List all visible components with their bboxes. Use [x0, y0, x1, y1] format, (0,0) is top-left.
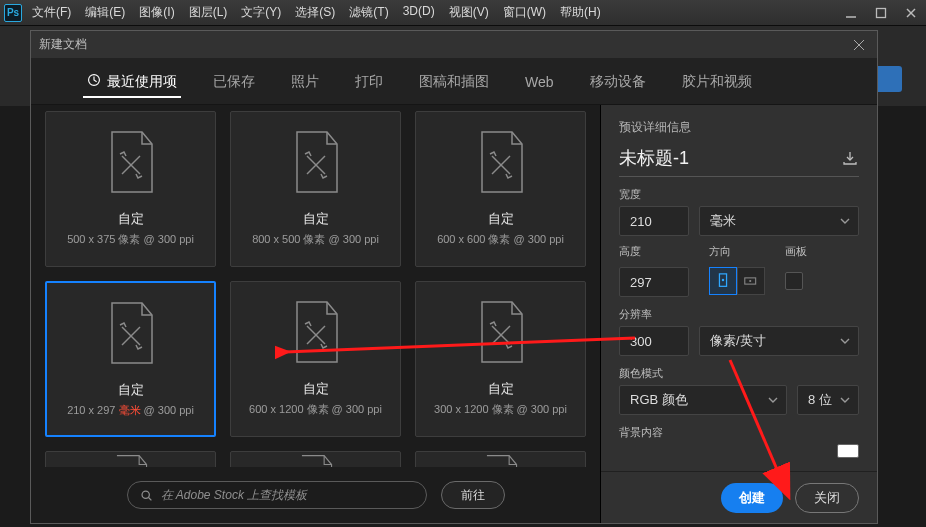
preset-dims: 600 x 1200 像素 @ 300 ppi — [249, 402, 382, 417]
menu-image[interactable]: 图像(I) — [139, 4, 174, 21]
preset-card[interactable] — [230, 451, 401, 467]
app-menu-bar: Ps 文件(F) 编辑(E) 图像(I) 图层(L) 文字(Y) 选择(S) 滤… — [0, 0, 926, 26]
orientation-toggle — [709, 267, 765, 295]
menu-window[interactable]: 窗口(W) — [503, 4, 546, 21]
resolution-unit-select[interactable]: 像素/英寸 — [699, 326, 859, 356]
preset-card[interactable]: 自定600 x 1200 像素 @ 300 ppi — [230, 281, 401, 437]
height-input[interactable]: 297 — [619, 267, 689, 297]
resolution-label: 分辨率 — [619, 307, 859, 322]
preset-title: 自定 — [303, 210, 329, 228]
new-document-dialog: 新建文档 最近使用项 已保存 照片 打印 图稿和插图 Web 移动设备 胶片和视… — [30, 30, 878, 524]
document-name-input[interactable]: 未标题-1 — [619, 146, 841, 170]
artboard-checkbox[interactable] — [785, 272, 803, 290]
tab-label: 胶片和视频 — [682, 73, 752, 91]
svg-point-19 — [142, 491, 149, 498]
width-unit-select[interactable]: 毫米 — [699, 206, 859, 236]
orientation-portrait[interactable] — [709, 267, 737, 295]
create-button[interactable]: 创建 — [721, 483, 783, 513]
chevron-down-icon — [768, 393, 778, 408]
maximize-button[interactable] — [866, 0, 896, 26]
preset-card[interactable]: 自定300 x 1200 像素 @ 300 ppi — [415, 281, 586, 437]
tab-web[interactable]: Web — [525, 59, 554, 104]
orientation-label: 方向 — [709, 244, 765, 259]
svg-line-20 — [148, 497, 151, 500]
orientation-landscape[interactable] — [737, 267, 765, 295]
preset-dims: 210 x 297 毫米 @ 300 ppi — [67, 403, 194, 418]
recent-icon — [87, 73, 101, 90]
stock-go-button[interactable]: 前往 — [441, 481, 505, 509]
close-window-button[interactable] — [896, 0, 926, 26]
tab-label: 最近使用项 — [107, 73, 177, 91]
preset-title: 自定 — [488, 210, 514, 228]
artboard-label: 画板 — [785, 244, 807, 259]
preset-details-panel: 预设详细信息 未标题-1 宽度 210 毫米 高度 297 — [601, 105, 877, 523]
chevron-down-icon — [840, 334, 850, 349]
tab-recent[interactable]: 最近使用项 — [87, 59, 177, 104]
preset-dims: 800 x 500 像素 @ 300 ppi — [252, 232, 379, 247]
preset-title: 自定 — [118, 381, 144, 399]
preset-card[interactable]: 自定210 x 297 毫米 @ 300 ppi — [45, 281, 216, 437]
tab-label: 图稿和插图 — [419, 73, 489, 91]
svg-point-24 — [749, 280, 751, 282]
menu-filter[interactable]: 滤镜(T) — [349, 4, 388, 21]
save-preset-icon[interactable] — [841, 149, 859, 167]
preset-card[interactable]: 自定600 x 600 像素 @ 300 ppi — [415, 111, 586, 267]
preset-title: 自定 — [118, 210, 144, 228]
app-logo: Ps — [4, 4, 22, 22]
menu-help[interactable]: 帮助(H) — [560, 4, 601, 21]
category-tabs: 最近使用项 已保存 照片 打印 图稿和插图 Web 移动设备 胶片和视频 — [31, 59, 877, 105]
bit-depth-value: 8 位 — [808, 391, 832, 409]
preset-dims: 300 x 1200 像素 @ 300 ppi — [434, 402, 567, 417]
menu-file[interactable]: 文件(F) — [32, 4, 71, 21]
search-icon — [140, 489, 153, 502]
dialog-close-button[interactable] — [849, 35, 869, 55]
color-mode-label: 颜色模式 — [619, 366, 859, 381]
tab-saved[interactable]: 已保存 — [213, 59, 255, 104]
tab-mobile[interactable]: 移动设备 — [590, 59, 646, 104]
menu-edit[interactable]: 编辑(E) — [85, 4, 125, 21]
preset-card[interactable]: 自定800 x 500 像素 @ 300 ppi — [230, 111, 401, 267]
preset-card[interactable]: 自定500 x 375 像素 @ 300 ppi — [45, 111, 216, 267]
preset-dims: 500 x 375 像素 @ 300 ppi — [67, 232, 194, 247]
dialog-title: 新建文档 — [39, 36, 87, 53]
window-controls — [836, 0, 926, 26]
minimize-button[interactable] — [836, 0, 866, 26]
menu-select[interactable]: 选择(S) — [295, 4, 335, 21]
tab-print[interactable]: 打印 — [355, 59, 383, 104]
tab-art[interactable]: 图稿和插图 — [419, 59, 489, 104]
preset-dims: 600 x 600 像素 @ 300 ppi — [437, 232, 564, 247]
height-label: 高度 — [619, 244, 689, 259]
preset-card[interactable] — [45, 451, 216, 467]
tab-label: Web — [525, 74, 554, 90]
stock-search-row: 在 Adobe Stock 上查找模板 前往 — [31, 467, 600, 523]
tab-photo[interactable]: 照片 — [291, 59, 319, 104]
tab-label: 移动设备 — [590, 73, 646, 91]
preset-panel: 自定500 x 375 像素 @ 300 ppi自定800 x 500 像素 @… — [31, 105, 601, 523]
tab-film[interactable]: 胶片和视频 — [682, 59, 752, 104]
menu-layer[interactable]: 图层(L) — [189, 4, 228, 21]
tab-label: 打印 — [355, 73, 383, 91]
chevron-down-icon — [840, 393, 850, 408]
menu-view[interactable]: 视图(V) — [449, 4, 489, 21]
background-swatch[interactable] — [837, 444, 859, 458]
color-mode-value: RGB 颜色 — [630, 391, 688, 409]
bit-depth-select[interactable]: 8 位 — [797, 385, 859, 415]
svg-point-22 — [722, 279, 724, 281]
width-input[interactable]: 210 — [619, 206, 689, 236]
width-label: 宽度 — [619, 187, 859, 202]
search-placeholder: 在 Adobe Stock 上查找模板 — [161, 487, 308, 504]
close-button[interactable]: 关闭 — [795, 483, 859, 513]
preset-card[interactable] — [415, 451, 586, 467]
main-menu: 文件(F) 编辑(E) 图像(I) 图层(L) 文字(Y) 选择(S) 滤镜(T… — [28, 4, 601, 21]
dialog-titlebar: 新建文档 — [31, 31, 877, 59]
menu-type[interactable]: 文字(Y) — [241, 4, 281, 21]
tab-label: 已保存 — [213, 73, 255, 91]
stock-search-input[interactable]: 在 Adobe Stock 上查找模板 — [127, 481, 427, 509]
background-label: 背景内容 — [619, 425, 859, 440]
menu-3d[interactable]: 3D(D) — [403, 4, 435, 21]
resolution-input[interactable]: 300 — [619, 326, 689, 356]
resolution-unit-value: 像素/英寸 — [710, 332, 766, 350]
color-mode-select[interactable]: RGB 颜色 — [619, 385, 787, 415]
details-heading: 预设详细信息 — [619, 119, 859, 136]
preset-title: 自定 — [488, 380, 514, 398]
